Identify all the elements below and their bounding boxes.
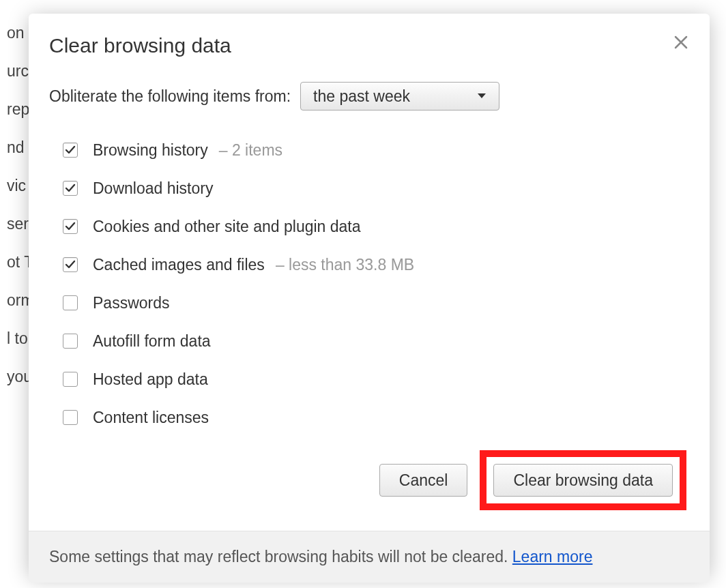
option-label: Autofill form data — [93, 332, 211, 351]
option-row: Passwords — [63, 284, 685, 322]
footer-text: Some settings that may reflect browsing … — [49, 548, 512, 565]
option-row: Download history — [63, 169, 685, 207]
time-range-selected-value: the past week — [313, 87, 410, 106]
close-button[interactable] — [673, 34, 689, 50]
option-label: Download history — [93, 179, 213, 198]
close-icon — [673, 34, 689, 50]
time-range-label: Obliterate the following items from: — [49, 87, 291, 106]
learn-more-link[interactable]: Learn more — [512, 548, 593, 565]
option-checkbox[interactable] — [63, 334, 78, 349]
clear-browsing-data-button[interactable]: Clear browsing data — [493, 464, 673, 497]
option-row: Browsing history – 2 items — [63, 131, 685, 169]
option-checkbox[interactable] — [63, 181, 78, 196]
option-detail: – less than 33.8 MB — [276, 256, 414, 274]
option-checkbox[interactable] — [63, 410, 78, 425]
option-label: Passwords — [93, 294, 169, 312]
time-range-select[interactable]: the past week — [300, 82, 499, 111]
cancel-button[interactable]: Cancel — [379, 464, 468, 497]
dialog-header: Clear browsing data — [29, 14, 710, 61]
option-label: Cached images and files — [93, 256, 265, 274]
option-label: Browsing history — [93, 141, 208, 160]
time-range-row: Obliterate the following items from: the… — [49, 82, 685, 111]
option-detail: – 2 items — [219, 141, 282, 160]
clear-browsing-data-dialog: Clear browsing data Obliterate the follo… — [29, 14, 710, 576]
option-row: Cookies and other site and plugin data — [63, 207, 685, 246]
option-checkbox[interactable] — [63, 219, 78, 234]
option-row: Autofill form data — [63, 322, 685, 360]
option-label: Hosted app data — [93, 370, 208, 389]
dialog-actions: Cancel Clear browsing data — [29, 443, 710, 531]
dialog-title: Clear browsing data — [49, 34, 689, 57]
option-label: Cookies and other site and plugin data — [93, 218, 361, 236]
option-label: Content licenses — [93, 409, 209, 427]
dialog-footer: Some settings that may reflect browsing … — [29, 531, 710, 583]
option-row: Hosted app data — [63, 360, 685, 398]
option-checkbox[interactable] — [63, 372, 78, 387]
option-checkbox[interactable] — [63, 143, 78, 158]
highlight-box: Clear browsing data — [480, 450, 686, 510]
dialog-body: Obliterate the following items from: the… — [29, 61, 710, 443]
option-row: Content licenses — [63, 398, 685, 437]
chevron-down-icon — [477, 93, 487, 100]
option-checkbox[interactable] — [63, 295, 78, 310]
option-row: Cached images and files – less than 33.8… — [63, 246, 685, 284]
options-list: Browsing history – 2 itemsDownload histo… — [49, 111, 685, 437]
option-checkbox[interactable] — [63, 257, 78, 272]
